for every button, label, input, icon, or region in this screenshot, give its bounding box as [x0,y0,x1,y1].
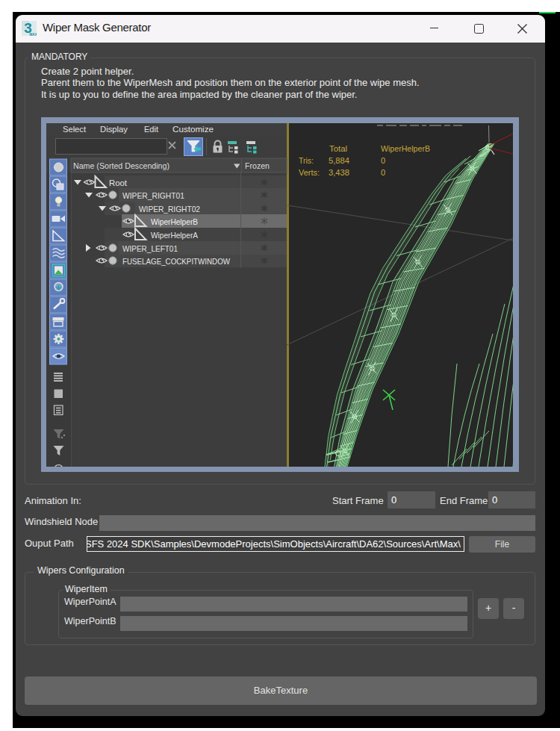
svg-text:Edit: Edit [144,125,158,134]
svg-text:5,884: 5,884 [329,156,349,165]
svg-text:WiperHelperB: WiperHelperB [381,144,430,153]
svg-text:WIPER_RIGHT01: WIPER_RIGHT01 [122,191,184,200]
svg-text:WiperHelperB: WiperHelperB [151,217,198,226]
svg-text:0: 0 [381,168,385,177]
svg-text:WIPER_LEFT01: WIPER_LEFT01 [122,244,178,253]
svg-text:Root: Root [109,178,127,187]
svg-text:Select: Select [63,125,86,134]
svg-text:Display: Display [100,125,128,134]
svg-text:MAX: MAX [30,33,37,37]
svg-text:3,438: 3,438 [329,168,349,177]
svg-text:WIPER_RIGHT02: WIPER_RIGHT02 [139,205,200,214]
svg-text:Frozen: Frozen [245,161,270,170]
svg-text:Verts:: Verts: [299,168,320,177]
svg-text:Customize: Customize [172,125,214,134]
svg-text:Name (Sorted Descending): Name (Sorted Descending) [73,161,169,170]
svg-text:WiperHelperA: WiperHelperA [151,231,199,240]
svg-text:Tris:: Tris: [299,156,314,165]
svg-text:0: 0 [381,156,385,165]
svg-text:FUSELAGE_COCKPITWINDOW: FUSELAGE_COCKPITWINDOW [122,257,231,266]
svg-text:Total: Total [329,144,347,153]
